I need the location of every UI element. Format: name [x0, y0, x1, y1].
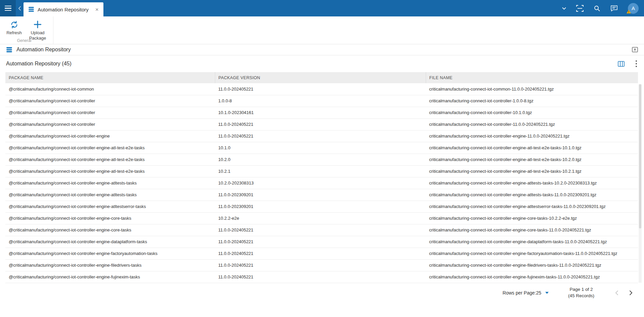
cell-file-name: criticalmanufacturing-connect-iot-contro…	[426, 248, 638, 259]
records-count-text: (45 Records)	[568, 293, 594, 299]
cell-file-name: criticalmanufacturing-connect-iot-contro…	[426, 118, 638, 130]
page-title: Automation Repository	[16, 47, 71, 53]
page-header: Automation Repository	[0, 44, 644, 55]
cell-file-name: criticalmanufacturing-connect-iot-contro…	[426, 259, 638, 271]
cell-file-name: criticalmanufacturing-connect-iot-contro…	[426, 224, 638, 236]
scan-button[interactable]	[576, 5, 584, 12]
grid-actions	[618, 60, 637, 67]
stack-icon	[28, 7, 34, 12]
table-row[interactable]: @criticalmanufacturing/connect-iot-contr…	[5, 212, 638, 224]
cell-package-name: @criticalmanufacturing/connect-iot-contr…	[5, 259, 215, 271]
cell-file-name: criticalmanufacturing-connect-iot-contro…	[426, 201, 638, 212]
stack-icon	[6, 47, 12, 53]
tab-close-icon[interactable]: ×	[95, 7, 99, 12]
table-row[interactable]: @criticalmanufacturing/connect-iot-contr…	[5, 130, 638, 142]
cell-package-name: @criticalmanufacturing/connect-iot-contr…	[5, 212, 215, 224]
topbar-actions: A	[562, 0, 644, 16]
cell-package-version: 11.0.0-202405221	[215, 130, 426, 142]
cell-package-version: 11.0.0-202405221	[215, 83, 426, 95]
table-row[interactable]: @criticalmanufacturing/connect-iot-contr…	[5, 248, 638, 259]
cell-package-name: @criticalmanufacturing/connect-iot-contr…	[5, 154, 215, 165]
tab-scroll-left-button[interactable]	[16, 6, 24, 11]
column-header-package-name[interactable]: PACKAGE NAME	[5, 72, 215, 83]
cell-package-version: 11.0.0-202405221	[215, 118, 426, 130]
table-row[interactable]: @criticalmanufacturing/connect-iot-contr…	[5, 165, 638, 177]
cell-file-name: criticalmanufacturing-connect-iot-contro…	[426, 142, 638, 154]
table-row[interactable]: @criticalmanufacturing/connect-iot-contr…	[5, 142, 638, 154]
cell-file-name: criticalmanufacturing-connect-iot-contro…	[426, 130, 638, 142]
table-row[interactable]: @criticalmanufacturing/connect-iot-contr…	[5, 95, 638, 107]
cell-file-name: criticalmanufacturing-connect-iot-contro…	[426, 154, 638, 165]
upload-package-button[interactable]: Upload Package	[27, 19, 48, 41]
more-options-button[interactable]	[635, 60, 637, 67]
cell-file-name: criticalmanufacturing-connect-iot-contro…	[426, 165, 638, 177]
cell-package-name: @criticalmanufacturing/connect-iot-commo…	[5, 83, 215, 95]
cell-package-name: @criticalmanufacturing/connect-iot-contr…	[5, 177, 215, 189]
cell-package-name: @criticalmanufacturing/connect-iot-contr…	[5, 189, 215, 201]
maximize-panel-icon	[632, 47, 638, 52]
cell-package-name: @criticalmanufacturing/connect-iot-contr…	[5, 248, 215, 259]
cell-package-name: @criticalmanufacturing/connect-iot-contr…	[5, 95, 215, 107]
previous-page-button[interactable]	[615, 290, 618, 296]
cell-package-version: 10.2.1	[215, 165, 426, 177]
cell-package-version: 10.2.2-e2e	[215, 212, 426, 224]
table-row[interactable]: @criticalmanufacturing/connect-iot-contr…	[5, 224, 638, 236]
page-info: Page 1 of 2 (45 Records)	[568, 286, 594, 299]
table-row[interactable]: @criticalmanufacturing/connect-iot-contr…	[5, 154, 638, 165]
tab-automation-repository[interactable]: Automation Repository ×	[24, 2, 103, 16]
maximize-panel-button[interactable]	[632, 47, 638, 52]
section-title: Automation Repository (45)	[6, 61, 72, 67]
table-body: @criticalmanufacturing/connect-iot-commo…	[5, 83, 638, 283]
cell-file-name: criticalmanufacturing-connect-iot-contro…	[426, 212, 638, 224]
tab-label: Automation Repository	[38, 7, 89, 12]
ribbon-group-label: General	[0, 38, 48, 43]
cell-file-name: criticalmanufacturing-connect-iot-common…	[426, 83, 638, 95]
cell-package-name: @criticalmanufacturing/connect-iot-contr…	[5, 165, 215, 177]
table-row[interactable]: @criticalmanufacturing/connect-iot-contr…	[5, 259, 638, 271]
caret-down-icon	[545, 292, 549, 294]
ribbon-group-general: Refresh Upload Package General	[0, 16, 53, 44]
packages-table: PACKAGE NAME PACKAGE VERSION FILE NAME @…	[5, 72, 638, 283]
scan-icon	[576, 5, 584, 12]
rows-per-page-dropdown[interactable]: Rows per Page:25	[503, 290, 549, 296]
table-row[interactable]: @criticalmanufacturing/connect-iot-contr…	[5, 177, 638, 189]
next-page-button[interactable]	[629, 290, 633, 296]
cell-package-version: 10.2.0-202308313	[215, 177, 426, 189]
column-header-file-name[interactable]: FILE NAME	[426, 72, 638, 83]
vertical-scrollbar[interactable]	[639, 84, 642, 283]
refresh-icon	[10, 20, 18, 29]
feedback-button[interactable]	[610, 5, 618, 12]
table-row[interactable]: @criticalmanufacturing/connect-iot-contr…	[5, 189, 638, 201]
cell-package-name: @criticalmanufacturing/connect-iot-contr…	[5, 142, 215, 154]
hamburger-icon	[5, 6, 11, 11]
column-settings-button[interactable]	[618, 61, 625, 67]
cell-package-version: 10.1.0	[215, 142, 426, 154]
table-row[interactable]: @criticalmanufacturing/connect-iot-contr…	[5, 236, 638, 248]
pagination-bar: Rows per Page:25 Page 1 of 2 (45 Records…	[0, 285, 644, 301]
cell-package-version: 1.0.0-8	[215, 95, 426, 107]
cell-package-name: @criticalmanufacturing/connect-iot-contr…	[5, 236, 215, 248]
table-row[interactable]: @criticalmanufacturing/connect-iot-contr…	[5, 107, 638, 118]
table-row[interactable]: @criticalmanufacturing/connect-iot-contr…	[5, 201, 638, 212]
table-row[interactable]: @criticalmanufacturing/connect-iot-contr…	[5, 118, 638, 130]
main-menu-button[interactable]	[0, 0, 16, 16]
section-bar: Automation Repository (45)	[0, 55, 644, 72]
scrollbar-thumb[interactable]	[639, 84, 641, 228]
cell-file-name: criticalmanufacturing-connect-iot-contro…	[426, 189, 638, 201]
table-header-row: PACKAGE NAME PACKAGE VERSION FILE NAME	[5, 72, 638, 83]
chat-icon	[610, 5, 618, 12]
refresh-label: Refresh	[6, 30, 22, 36]
cell-package-version: 11.0.0-202405221	[215, 248, 426, 259]
refresh-button[interactable]: Refresh	[3, 19, 25, 36]
table-row[interactable]: @criticalmanufacturing/connect-iot-commo…	[5, 83, 638, 95]
user-avatar[interactable]: A	[628, 3, 639, 14]
table-container: PACKAGE NAME PACKAGE VERSION FILE NAME @…	[5, 72, 641, 283]
cell-package-name: @criticalmanufacturing/connect-iot-contr…	[5, 130, 215, 142]
column-header-package-version[interactable]: PACKAGE VERSION	[215, 72, 426, 83]
tab-overflow-dropdown[interactable]	[562, 7, 566, 10]
search-button[interactable]	[594, 5, 600, 12]
table-row[interactable]: @criticalmanufacturing/connect-iot-contr…	[5, 271, 638, 283]
cell-package-version: 11.0.0-202405221	[215, 259, 426, 271]
avatar-initial: A	[632, 5, 635, 11]
chevron-left-icon	[18, 6, 21, 11]
